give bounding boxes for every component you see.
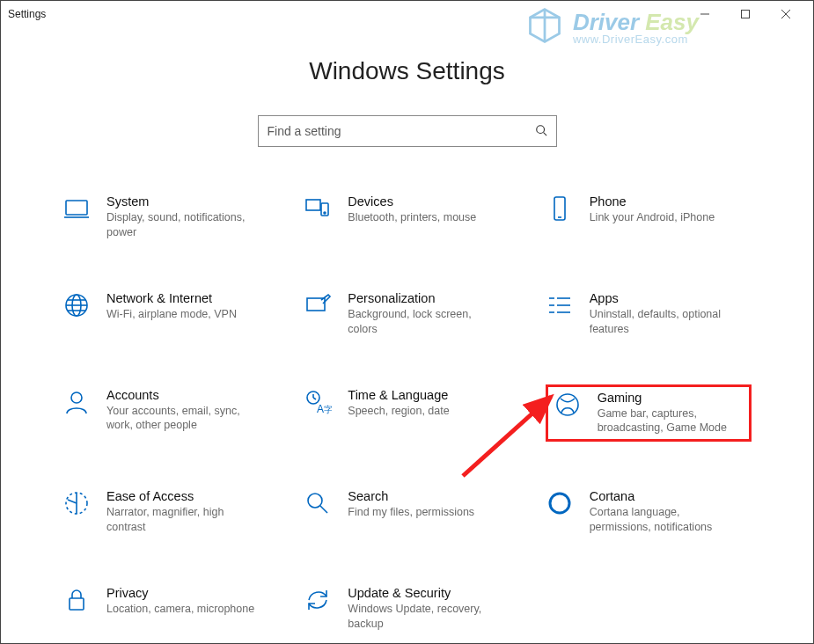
devices-icon bbox=[304, 194, 332, 223]
svg-point-28 bbox=[71, 392, 82, 403]
tile-title: Privacy bbox=[106, 586, 254, 600]
globe-icon bbox=[62, 291, 91, 319]
svg-text:字: 字 bbox=[324, 405, 332, 414]
tile-desc: Background, lock screen, colors bbox=[348, 307, 497, 337]
tile-accounts[interactable]: Accounts Your accounts, email, sync, wor… bbox=[62, 384, 268, 443]
tile-title: Apps bbox=[590, 291, 739, 305]
settings-grid: System Display, sound, notifications, po… bbox=[62, 191, 752, 635]
tile-desc: Your accounts, email, sync, work, other … bbox=[106, 404, 256, 434]
tile-personalization[interactable]: Personalization Background, lock screen,… bbox=[304, 288, 510, 340]
search-input[interactable]: Find a setting bbox=[258, 115, 557, 147]
tile-title: Accounts bbox=[106, 388, 256, 402]
tile-desc: Narrator, magnifier, high contrast bbox=[106, 505, 256, 535]
svg-rect-39 bbox=[70, 598, 84, 610]
tile-time-language[interactable]: A字 Time & Language Speech, region, date bbox=[304, 384, 510, 443]
tile-desc: Display, sound, notifications, power bbox=[106, 210, 256, 240]
tile-title: Ease of Access bbox=[106, 489, 256, 503]
tile-title: System bbox=[106, 194, 256, 209]
svg-point-13 bbox=[324, 212, 326, 214]
maximize-button[interactable] bbox=[725, 1, 766, 27]
tile-cortana[interactable]: Cortana Cortana language, permissions, n… bbox=[546, 486, 752, 538]
tile-devices[interactable]: Devices Bluetooth, printers, mouse bbox=[304, 191, 510, 244]
close-button[interactable] bbox=[766, 1, 806, 27]
tile-title: Update & Security bbox=[348, 586, 497, 600]
tile-title: Devices bbox=[348, 194, 476, 209]
titlebar: Settings bbox=[1, 1, 813, 27]
tile-desc: Uninstall, defaults, optional features bbox=[590, 307, 739, 337]
search-icon bbox=[535, 124, 547, 139]
tile-network[interactable]: Network & Internet Wi-Fi, airplane mode,… bbox=[62, 288, 268, 340]
tile-phone[interactable]: Phone Link your Android, iPhone bbox=[546, 191, 752, 244]
tile-title: Cortana bbox=[590, 489, 739, 503]
tile-title: Network & Internet bbox=[106, 291, 237, 305]
watermark-url: www.DriverEasy.com bbox=[573, 33, 699, 45]
tile-apps[interactable]: Apps Uninstall, defaults, optional featu… bbox=[546, 288, 752, 340]
tile-desc: Find my files, permissions bbox=[348, 505, 474, 520]
tile-title: Phone bbox=[590, 194, 715, 209]
tile-desc: Game bar, captures, broadcasting, Game M… bbox=[598, 406, 744, 436]
cortana-icon bbox=[546, 489, 574, 517]
minimize-button[interactable] bbox=[685, 1, 725, 27]
tile-desc: Wi-Fi, airplane mode, VPN bbox=[106, 307, 237, 322]
tile-desc: Bluetooth, printers, mouse bbox=[348, 210, 476, 225]
phone-icon bbox=[546, 194, 574, 223]
tile-privacy[interactable]: Privacy Location, camera, microphone bbox=[62, 582, 268, 635]
svg-rect-9 bbox=[66, 201, 87, 215]
svg-point-34 bbox=[557, 394, 578, 415]
svg-point-38 bbox=[550, 494, 569, 513]
tile-title: Personalization bbox=[348, 291, 497, 305]
svg-line-31 bbox=[313, 398, 316, 399]
xbox-icon bbox=[554, 391, 582, 419]
tile-desc: Location, camera, microphone bbox=[106, 602, 254, 617]
tile-desc: Speech, region, date bbox=[348, 404, 449, 419]
svg-line-37 bbox=[320, 506, 327, 513]
apps-icon bbox=[546, 291, 574, 319]
tile-title: Time & Language bbox=[348, 388, 449, 402]
tile-gaming[interactable]: Gaming Game bar, captures, broadcasting,… bbox=[546, 384, 752, 443]
svg-point-36 bbox=[308, 494, 322, 508]
tile-title: Gaming bbox=[598, 391, 744, 405]
magnifier-icon bbox=[304, 489, 332, 517]
person-icon bbox=[62, 388, 91, 416]
tile-desc: Cortana language, permissions, notificat… bbox=[590, 505, 739, 535]
time-language-icon: A字 bbox=[304, 388, 332, 416]
paint-icon bbox=[304, 291, 332, 319]
svg-line-8 bbox=[543, 132, 546, 135]
tile-search[interactable]: Search Find my files, permissions bbox=[304, 486, 510, 538]
svg-text:A: A bbox=[317, 403, 324, 415]
tile-update-security[interactable]: Update & Security Windows Update, recove… bbox=[304, 582, 510, 635]
tile-title: Search bbox=[348, 489, 474, 503]
system-icon bbox=[62, 194, 91, 223]
svg-point-7 bbox=[536, 125, 544, 133]
ease-icon bbox=[62, 489, 91, 517]
window-title: Settings bbox=[8, 8, 46, 20]
page-title: Windows Settings bbox=[1, 57, 813, 85]
tile-ease-of-access[interactable]: Ease of Access Narrator, magnifier, high… bbox=[62, 486, 268, 538]
tile-desc: Windows Update, recovery, backup bbox=[348, 602, 497, 632]
svg-rect-14 bbox=[554, 197, 565, 220]
svg-rect-11 bbox=[306, 200, 320, 210]
update-icon bbox=[304, 586, 332, 614]
tile-desc: Link your Android, iPhone bbox=[590, 210, 715, 225]
svg-rect-1 bbox=[742, 11, 750, 18]
lock-icon bbox=[62, 586, 91, 614]
tile-system[interactable]: System Display, sound, notifications, po… bbox=[62, 191, 268, 244]
search-placeholder: Find a setting bbox=[268, 124, 535, 138]
